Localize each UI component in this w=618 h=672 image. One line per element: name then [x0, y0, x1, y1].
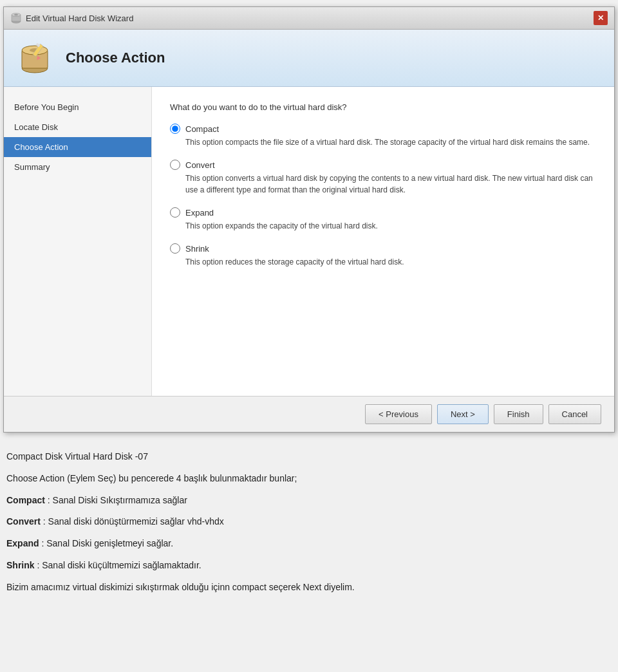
annotation-compact: Compact : Sanal Diski Sıkıştırmamıza sağ…	[6, 493, 612, 509]
wizard-header-title: Choose Action	[66, 50, 165, 66]
titlebar-left: Edit Virtual Hard Disk Wizard	[10, 12, 133, 24]
window-title: Edit Virtual Hard Disk Wizard	[26, 14, 133, 23]
annotation-shrink-desc: Sanal diski küçültmemizi sağlamaktadır.	[42, 560, 201, 570]
wizard-body: Before You Begin Locate Disk Choose Acti…	[4, 87, 614, 396]
option-expand-desc: This option expands the capacity of the …	[185, 220, 596, 232]
annotation-expand-title: Expand	[6, 538, 39, 548]
svg-point-3	[14, 14, 18, 15]
radio-convert[interactable]	[170, 160, 180, 170]
annotation-compact-sep: :	[45, 495, 53, 505]
option-compact: Compact This option compacts the file si…	[170, 124, 596, 148]
annotation-line3: Bizim amacımız virtual diskimizi sıkıştı…	[6, 580, 612, 595]
option-shrink-desc: This option reduces the storage capacity…	[185, 256, 596, 268]
option-convert-desc: This option converts a virtual hard disk…	[185, 173, 596, 196]
nav-item-choose-action[interactable]: Choose Action	[4, 137, 151, 157]
wizard-footer: < Previous Next > Finish Cancel	[4, 396, 614, 432]
wizard-window: Edit Virtual Hard Disk Wizard ✕ Choose A…	[3, 6, 615, 433]
option-expand: Expand This option expands the capacity …	[170, 207, 596, 232]
finish-button[interactable]: Finish	[494, 404, 543, 424]
option-shrink-label[interactable]: Shrink	[170, 243, 596, 254]
annotation-expand-sep: :	[39, 538, 47, 548]
annotation-convert-title: Convert	[6, 516, 41, 527]
annotation-convert-sep: :	[41, 516, 48, 527]
nav-item-locate-disk[interactable]: Locate Disk	[4, 117, 151, 137]
radio-compact[interactable]	[170, 124, 180, 134]
cancel-button[interactable]: Cancel	[548, 404, 601, 424]
wizard-header: Choose Action	[4, 30, 614, 87]
close-button[interactable]: ✕	[594, 11, 608, 25]
nav-item-before-you-begin[interactable]: Before You Begin	[4, 97, 151, 117]
annotation-compact-title: Compact	[6, 495, 45, 505]
content-question: What do you want to do to the virtual ha…	[170, 102, 596, 112]
option-compact-desc: This option compacts the file size of a …	[185, 136, 596, 148]
wizard-content: What do you want to do to the virtual ha…	[152, 87, 614, 396]
annotation-shrink: Shrink : Sanal diski küçültmemizi sağlam…	[6, 558, 612, 574]
next-button[interactable]: Next >	[437, 404, 489, 424]
annotation-line1: Compact Disk Virtual Hard Disk -07	[6, 449, 612, 465]
annotation-expand-desc: Sanal Diski genişletmeyi sağlar.	[46, 538, 173, 548]
titlebar: Edit Virtual Hard Disk Wizard ✕	[4, 7, 614, 30]
annotation-expand: Expand : Sanal Diski genişletmeyi sağlar…	[6, 536, 612, 552]
previous-button[interactable]: < Previous	[365, 404, 432, 424]
option-convert: Convert This option converts a virtual h…	[170, 160, 596, 196]
annotation-shrink-title: Shrink	[6, 560, 35, 570]
titlebar-disk-icon	[10, 12, 22, 24]
nav-item-summary[interactable]: Summary	[4, 157, 151, 177]
annotation-convert-desc: Sanal diski dönüştürmemizi sağlar vhd-vh…	[48, 516, 224, 527]
annotation-area: Compact Disk Virtual Hard Disk -07 Choos…	[0, 439, 618, 612]
option-compact-label[interactable]: Compact	[170, 124, 596, 134]
option-expand-label[interactable]: Expand	[170, 207, 596, 218]
annotation-shrink-sep: :	[35, 560, 42, 570]
annotation-line2: Choose Action (Eylem Seç) bu pencerede 4…	[6, 471, 612, 487]
option-convert-label[interactable]: Convert	[170, 160, 596, 170]
annotation-convert: Convert : Sanal diski dönüştürmemizi sağ…	[6, 514, 612, 530]
radio-expand[interactable]	[170, 207, 180, 218]
radio-shrink[interactable]	[170, 243, 180, 254]
wizard-header-icon	[17, 40, 53, 76]
annotation-compact-desc: Sanal Diski Sıkıştırmamıza sağlar	[53, 495, 187, 505]
wizard-nav: Before You Begin Locate Disk Choose Acti…	[4, 87, 152, 396]
option-shrink: Shrink This option reduces the storage c…	[170, 243, 596, 268]
